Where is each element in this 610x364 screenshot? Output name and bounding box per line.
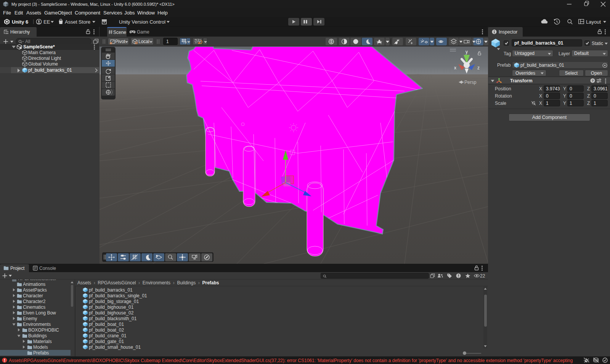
svg-text:x: x <box>454 65 456 71</box>
svg-text:?: ? <box>592 79 594 83</box>
svg-text:y: y <box>466 49 468 55</box>
svg-text:Persp: Persp <box>464 80 477 85</box>
svg-text:Y: Y <box>185 42 187 44</box>
svg-text:z: z <box>477 65 480 71</box>
